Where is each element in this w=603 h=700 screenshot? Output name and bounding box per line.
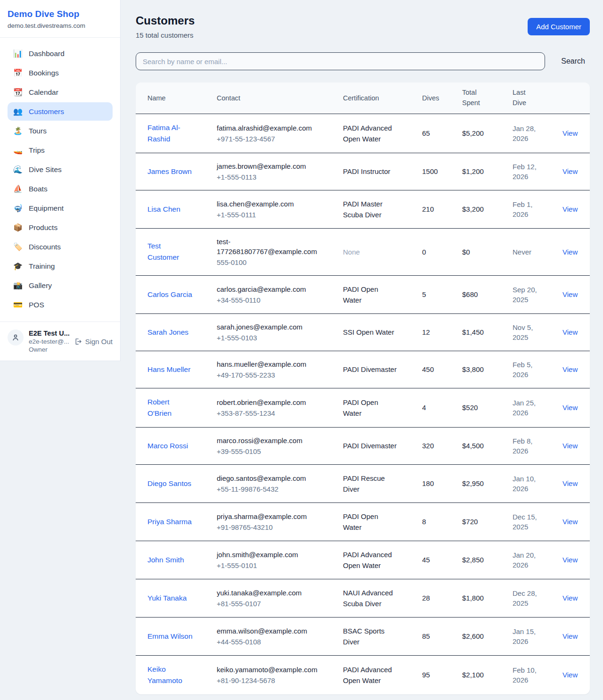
sidebar-item-customers[interactable]: 👥 Customers (8, 102, 113, 121)
view-link[interactable]: View (562, 248, 578, 256)
total-spent: $1,800 (456, 579, 507, 617)
customer-name-link[interactable]: Emma Wilson (147, 631, 193, 642)
customer-name-link[interactable]: Robert O'Brien (147, 396, 193, 419)
table-row: Priya Sharma priya.sharma@example.com +9… (136, 502, 590, 541)
customer-name-link[interactable]: Carlos Garcia (147, 289, 192, 300)
dashboard-icon: 📊 (13, 49, 23, 58)
sidebar-item-trips[interactable]: 🚤 Trips (8, 141, 113, 159)
sidebar-item-label: Bookings (29, 69, 59, 77)
view-link[interactable]: View (562, 167, 578, 175)
total-spent: $5,200 (456, 114, 507, 153)
table-row: John Smith john.smith@example.com +1-555… (136, 541, 590, 579)
view-link[interactable]: View (562, 404, 578, 412)
sidebar-item-tours[interactable]: 🏝️ Tours (8, 122, 113, 140)
sidebar-item-training[interactable]: 🎓 Training (8, 257, 113, 275)
customer-email: keiko.yamamoto@example.com (217, 665, 319, 675)
sidebar-item-label: Calendar (29, 88, 58, 97)
dives-count: 85 (416, 617, 456, 655)
table-row: Diego Santos diego.santos@example.com +5… (136, 464, 590, 502)
view-link[interactable]: View (562, 365, 578, 373)
last-dive-date: Feb 10, 2026 (513, 665, 542, 685)
last-dive-date: Feb 1, 2026 (513, 199, 542, 219)
customer-name-link[interactable]: Fatima Al-Rashid (147, 122, 193, 145)
last-dive-date: Never (513, 247, 531, 257)
view-link[interactable]: View (562, 518, 578, 526)
sidebar-item-discounts[interactable]: 🏷️ Discounts (8, 238, 113, 256)
customer-name-link[interactable]: Keiko Yamamoto (147, 664, 193, 686)
view-link[interactable]: View (562, 129, 578, 137)
sidebar-item-equipment[interactable]: 🤿 Equipment (8, 199, 113, 217)
view-link[interactable]: View (562, 632, 578, 640)
certification: NAUI Advanced Scuba Diver (343, 587, 399, 609)
dives-count: 320 (416, 427, 456, 464)
sidebar-item-gallery[interactable]: 📸 Gallery (8, 276, 113, 295)
user-role: Owner (29, 346, 69, 353)
search-input[interactable] (136, 52, 545, 70)
customer-name-link[interactable]: Priya Sharma (147, 516, 192, 527)
customer-name-link[interactable]: Test Customer (147, 240, 193, 263)
sidebar-nav: 📊 Dashboard 📅 Bookings 📆 Calendar 👥 Cust… (0, 38, 120, 319)
certification: PADI Advanced Open Water (343, 123, 399, 144)
dives-count: 450 (416, 351, 456, 388)
view-link[interactable]: View (562, 556, 578, 564)
customer-name-link[interactable]: James Brown (147, 166, 192, 177)
dives-count: 65 (416, 114, 456, 153)
customer-phone: +39-555-0105 (217, 446, 332, 456)
customer-name-link[interactable]: Diego Santos (147, 478, 191, 489)
customer-email: emma.wilson@example.com (217, 626, 319, 636)
certification: PADI Open Water (343, 397, 399, 419)
table-row: Sarah Jones sarah.jones@example.com +1-5… (136, 313, 590, 351)
certification: PADI Advanced Open Water (343, 664, 399, 686)
sign-out-button[interactable]: Sign Out (74, 338, 113, 346)
tours-icon: 🏝️ (13, 126, 23, 135)
dives-count: 4 (416, 388, 456, 427)
customer-name-link[interactable]: John Smith (147, 554, 184, 566)
view-link[interactable]: View (562, 328, 578, 336)
certification: PADI Open Water (343, 284, 399, 305)
customer-email: sarah.jones@example.com (217, 322, 319, 332)
sidebar-item-label: Customers (29, 107, 64, 116)
customer-email: lisa.chen@example.com (217, 199, 319, 209)
sidebar-item-pos[interactable]: 💳 POS (8, 296, 113, 314)
certification: BSAC Sports Diver (343, 626, 399, 647)
view-link[interactable]: View (562, 290, 578, 298)
customers-table-card: NameContactCertificationDivesTotal Spent… (136, 82, 590, 694)
search-button[interactable]: Search (556, 54, 590, 68)
dive-sites-icon: 🌊 (13, 165, 23, 174)
certification: None (343, 247, 360, 257)
customer-email: john.smith@example.com (217, 550, 319, 560)
last-dive-date: Jan 10, 2026 (513, 474, 542, 494)
sidebar-item-bookings[interactable]: 📅 Bookings (8, 64, 113, 82)
column-header: Total Spent (456, 82, 507, 114)
sidebar-item-dashboard[interactable]: 📊 Dashboard (8, 44, 113, 63)
add-customer-button[interactable]: Add Customer (528, 18, 590, 35)
view-link[interactable]: View (562, 479, 578, 487)
page-title: Customers (136, 14, 195, 27)
sidebar-item-boats[interactable]: ⛵ Boats (8, 180, 113, 198)
customer-name-link[interactable]: Lisa Chen (147, 204, 180, 215)
sidebar-item-products[interactable]: 📦 Products (8, 218, 113, 237)
total-spent: $3,800 (456, 351, 507, 388)
column-header: Last Dive (507, 82, 557, 114)
bookings-icon: 📅 (13, 68, 23, 77)
view-link[interactable]: View (562, 671, 578, 679)
view-link[interactable]: View (562, 442, 578, 450)
customer-name-link[interactable]: Marco Rossi (147, 440, 188, 452)
sidebar-item-calendar[interactable]: 📆 Calendar (8, 83, 113, 101)
sidebar-item-dive-sites[interactable]: 🌊 Dive Sites (8, 160, 113, 179)
certification: PADI Rescue Diver (343, 473, 399, 494)
equipment-icon: 🤿 (13, 204, 23, 213)
user-section: E2E Test U... e2e-tester@... Owner Sign … (0, 321, 120, 361)
dives-count: 0 (416, 228, 456, 275)
certification: PADI Instructor (343, 166, 391, 177)
pos-icon: 💳 (13, 300, 23, 309)
customer-name-link[interactable]: Yuki Tanaka (147, 593, 187, 604)
view-link[interactable]: View (562, 594, 578, 602)
customer-phone: +353-87-555-1234 (217, 408, 332, 418)
view-link[interactable]: View (562, 205, 578, 213)
customer-name-link[interactable]: Sarah Jones (147, 327, 188, 338)
customer-name-link[interactable]: Hans Mueller (147, 364, 190, 375)
customer-email: marco.rossi@example.com (217, 436, 319, 445)
customer-phone: +1-555-0113 (217, 172, 332, 182)
training-icon: 🎓 (13, 262, 23, 271)
